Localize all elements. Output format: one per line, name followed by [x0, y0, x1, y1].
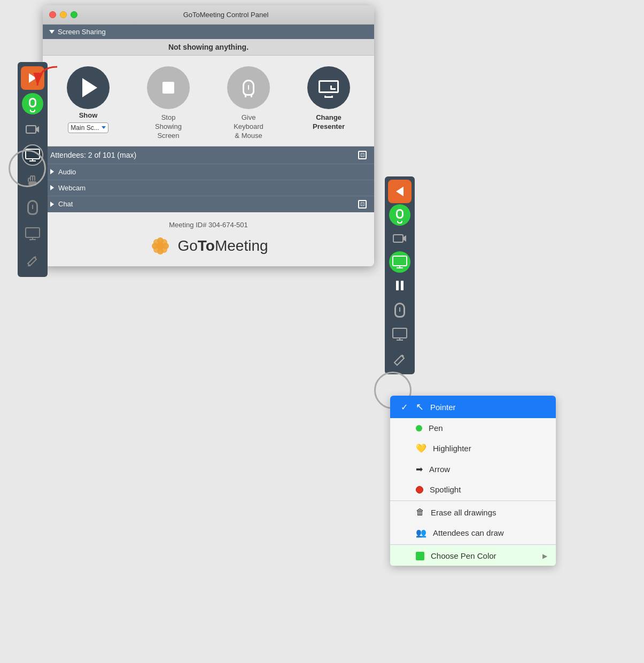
chat-expand-icon[interactable]: ⊡	[358, 200, 367, 209]
pause-icon	[396, 281, 404, 290]
webcam-row[interactable]: Webcam	[43, 180, 374, 196]
attendees-draw-label: Attendees can draw	[433, 528, 504, 537]
not-showing-text: Not showing anything.	[168, 43, 249, 51]
minimize-btn[interactable]	[60, 11, 67, 18]
screen-sharing-header[interactable]: Screen Sharing	[43, 25, 374, 39]
right-back-btn[interactable]	[388, 180, 412, 203]
svg-point-20	[157, 242, 164, 250]
mouse-icon-left	[27, 200, 38, 215]
arrow-right-icon	[29, 73, 36, 83]
sidebar-mouse-btn[interactable]	[21, 196, 44, 219]
main-window: GoToMeeting Control Panel Screen Sharing…	[43, 5, 374, 266]
presenter-circle-btn[interactable]	[307, 66, 350, 109]
stop-circle-btn[interactable]	[147, 66, 190, 109]
people-icon: 👥	[416, 528, 426, 538]
pen-color-label: Choose Pen Color	[431, 551, 496, 560]
audio-triangle	[50, 169, 54, 174]
menu-item-highlighter[interactable]: 💛 Highlighter	[390, 438, 556, 459]
sidebar-pen-btn[interactable]	[21, 249, 44, 273]
spotlight-icon	[416, 486, 423, 494]
arrow-left-icon	[396, 187, 404, 196]
erase-label: Erase all drawings	[431, 508, 496, 517]
menu-item-arrow[interactable]: ➡ Arrow	[390, 459, 556, 480]
sharing-buttons-area: Show Main Sc... StopShowingScreen GiveKe…	[43, 56, 374, 147]
menu-item-attendees-draw[interactable]: 👥 Attendees can draw	[390, 522, 556, 543]
pen-dot-icon	[416, 425, 422, 431]
show-dropdown[interactable]: Main Sc...	[68, 122, 108, 133]
keyboard-circle-btn[interactable]	[227, 66, 270, 109]
right-mouse-btn[interactable]	[388, 298, 412, 322]
play-icon	[82, 78, 97, 97]
keyboard-label: GiveKeyboard& Mouse	[234, 113, 263, 141]
show-label: Show	[79, 111, 98, 120]
logo-text: GoToMeeting	[177, 237, 268, 255]
camera-icon	[26, 124, 40, 135]
right-camera-btn[interactable]	[388, 227, 412, 250]
spotlight-label: Spotlight	[430, 485, 461, 494]
dropdown-chevron	[102, 126, 106, 129]
presenter-label: ChangePresenter	[313, 113, 345, 132]
pointer-cursor-icon: ↖	[416, 401, 424, 413]
keyboard-button-item[interactable]: GiveKeyboard& Mouse	[219, 66, 278, 141]
color-green-square	[416, 552, 424, 560]
menu-item-pen-color[interactable]: Choose Pen Color ▶	[390, 546, 556, 566]
svg-rect-21	[393, 235, 403, 242]
right-pen-btn[interactable]	[388, 348, 412, 371]
screen-icon-right	[392, 256, 407, 268]
window-title: GoToMeeting Control Panel	[84, 11, 368, 19]
svg-rect-26	[393, 328, 407, 338]
menu-item-erase[interactable]: 🗑 Erase all drawings	[390, 502, 556, 522]
camera-icon-right	[393, 233, 407, 244]
expand-icon[interactable]: ⊡	[358, 151, 367, 159]
chat-triangle	[50, 202, 54, 207]
not-showing-bar: Not showing anything.	[43, 39, 374, 56]
meeting-id: Meeting ID# 304-674-501	[51, 221, 366, 229]
close-btn[interactable]	[49, 11, 56, 18]
traffic-lights	[49, 11, 77, 18]
sidebar-right	[385, 176, 415, 374]
right-pause-btn[interactable]	[388, 274, 412, 297]
section-label: Screen Sharing	[58, 28, 106, 36]
svg-rect-7	[26, 228, 40, 237]
pen-icon-right	[393, 352, 407, 366]
sidebar-collapse-btn[interactable]	[21, 66, 44, 90]
right-screen-btn[interactable]	[389, 251, 410, 273]
audio-row[interactable]: Audio	[43, 164, 374, 180]
window-footer: Meeting ID# 304-674-501 GoToMeeting	[43, 212, 374, 266]
mic-icon-right	[396, 209, 404, 221]
monitor-icon-btn	[319, 80, 339, 95]
attendees-label: Attendees: 2 of 101 (max)	[50, 151, 136, 159]
presenter-button-item[interactable]: ChangePresenter	[299, 66, 358, 141]
mouse-icon-right	[394, 303, 405, 318]
attendees-row: Attendees: 2 of 101 (max) ⊡	[43, 147, 374, 164]
menu-item-pen[interactable]: Pen	[390, 418, 556, 438]
menu-item-pointer[interactable]: ✓ ↖ Pointer	[390, 396, 556, 418]
pen-icon-left	[26, 255, 39, 267]
svg-rect-1	[26, 126, 36, 133]
audio-label: Audio	[58, 168, 76, 176]
pointer-check: ✓	[399, 402, 409, 412]
menu-item-spotlight[interactable]: Spotlight	[390, 480, 556, 499]
sidebar-monitor-btn[interactable]	[21, 222, 44, 246]
chat-row[interactable]: Chat ⊡	[43, 196, 374, 212]
right-mic-btn[interactable]	[389, 204, 410, 226]
webcam-triangle	[50, 185, 54, 190]
highlighter-label: Highlighter	[433, 444, 471, 453]
right-monitor-btn[interactable]	[388, 323, 412, 346]
show-dropdown-text: Main Sc...	[71, 124, 99, 132]
goto-flower-icon	[149, 234, 172, 258]
stop-button-item[interactable]: StopShowingScreen	[139, 66, 198, 141]
sidebar-mic-btn[interactable]	[22, 93, 43, 114]
drawing-dropdown: ✓ ↖ Pointer Pen 💛 Highlighter ➡ Arrow Sp…	[390, 396, 556, 566]
monitor-icon-left	[25, 227, 40, 241]
stop-icon	[162, 82, 174, 94]
fullscreen-btn[interactable]	[71, 11, 77, 18]
section-triangle	[49, 30, 55, 34]
sidebar-camera-btn[interactable]	[21, 118, 44, 141]
mouse-icon-btn	[243, 80, 254, 96]
show-button-item[interactable]: Show Main Sc...	[59, 66, 118, 141]
mic-icon	[29, 98, 36, 110]
menu-separator-2	[390, 544, 556, 545]
show-circle-btn[interactable]	[67, 66, 110, 109]
arrow-tool-icon: ➡	[416, 464, 423, 474]
